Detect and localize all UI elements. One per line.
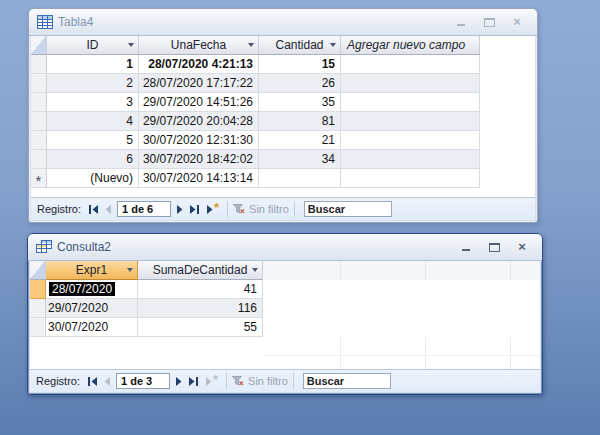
first-record-button[interactable] xyxy=(85,201,102,217)
filter-funnel-icon xyxy=(232,376,244,387)
filter-status[interactable]: Sin filtro xyxy=(233,203,289,215)
filter-status[interactable]: Sin filtro xyxy=(232,375,288,387)
query-icon xyxy=(36,240,52,254)
record-label: Registro: xyxy=(36,375,80,387)
column-header-cantidad[interactable]: Cantidad xyxy=(259,36,341,55)
cell-empty[interactable] xyxy=(341,150,480,169)
record-position[interactable]: 1 de 3 xyxy=(116,373,170,389)
cell-expr1[interactable]: 29/07/2020 xyxy=(46,299,138,318)
select-all-corner[interactable] xyxy=(30,261,46,280)
chevron-down-icon[interactable] xyxy=(128,43,134,47)
chevron-down-icon[interactable] xyxy=(252,268,258,272)
previous-record-button[interactable] xyxy=(102,201,115,217)
row-selector[interactable] xyxy=(31,55,47,74)
divider xyxy=(293,373,294,389)
row-selector[interactable] xyxy=(30,318,46,337)
column-header-expr1[interactable]: Expr1 xyxy=(46,261,138,280)
cell-empty[interactable] xyxy=(341,131,480,150)
cell-expr1[interactable]: 30/07/2020 xyxy=(46,318,138,337)
record-position[interactable]: 1 de 6 xyxy=(117,201,171,217)
chevron-down-icon[interactable] xyxy=(127,268,133,272)
last-record-button[interactable] xyxy=(186,201,203,217)
cell-cantidad[interactable]: 81 xyxy=(259,112,341,131)
close-button[interactable]: × xyxy=(516,241,528,253)
minimize-button[interactable] xyxy=(460,241,472,253)
cell-expr1-selected[interactable]: 28/07/2020 xyxy=(46,280,138,299)
cell-cantidad[interactable]: 34 xyxy=(259,150,341,169)
cell-unafecha[interactable]: 29/07/2020 20:04:28 xyxy=(139,112,259,131)
table-row: 5 30/07/2020 12:31:30 21 xyxy=(31,131,535,150)
tabla4-datasheet: ID UnaFecha Cantidad Agregar nuevo campo… xyxy=(31,36,535,197)
consulta2-titlebar[interactable]: Consulta2 × xyxy=(28,234,542,261)
cell-unafecha[interactable]: 28/07/2020 4:21:13 xyxy=(139,55,259,74)
column-header-unafecha[interactable]: UnaFecha xyxy=(139,36,259,55)
cell-id[interactable]: 3 xyxy=(47,93,139,112)
new-record-button[interactable]: * xyxy=(203,201,222,217)
row-selector[interactable] xyxy=(31,150,47,169)
row-selector[interactable] xyxy=(31,131,47,150)
cell-cantidad[interactable]: 21 xyxy=(259,131,341,150)
new-record-star-icon: * xyxy=(213,376,218,384)
row-selector[interactable] xyxy=(31,112,47,131)
row-selector[interactable] xyxy=(31,93,47,112)
next-record-button[interactable] xyxy=(172,373,185,389)
cell-empty[interactable] xyxy=(341,74,480,93)
cell-unafecha[interactable]: 29/07/2020 14:51:26 xyxy=(139,93,259,112)
header-row: Expr1 SumaDeCantidad xyxy=(30,261,540,280)
next-record-button[interactable] xyxy=(173,201,186,217)
chevron-down-icon[interactable] xyxy=(330,43,336,47)
cell-cantidad[interactable]: 15 xyxy=(259,55,341,74)
cell-suma[interactable]: 55 xyxy=(138,318,263,337)
maximize-button[interactable] xyxy=(488,241,500,253)
minimize-button[interactable] xyxy=(455,16,467,28)
cell-id[interactable]: (Nuevo) xyxy=(47,169,139,188)
cell-empty[interactable] xyxy=(341,93,480,112)
new-record-selector[interactable]: * xyxy=(31,169,47,188)
cell-suma[interactable]: 41 xyxy=(138,280,263,299)
cell-cantidad[interactable]: 26 xyxy=(259,74,341,93)
last-record-button[interactable] xyxy=(185,373,202,389)
cell-unafecha[interactable]: 28/07/2020 17:17:22 xyxy=(139,74,259,93)
row-selector[interactable] xyxy=(30,299,46,318)
cell-cantidad[interactable] xyxy=(259,169,341,188)
table-row: 6 30/07/2020 18:42:02 34 xyxy=(31,150,535,169)
consulta2-window: Consulta2 × Expr1 SumaDeCantidad xyxy=(27,233,543,395)
previous-record-button[interactable] xyxy=(101,373,114,389)
header-row: ID UnaFecha Cantidad Agregar nuevo campo xyxy=(31,36,535,55)
maximize-button[interactable] xyxy=(483,16,495,28)
filter-label: Sin filtro xyxy=(249,203,289,215)
cell-cantidad[interactable]: 35 xyxy=(259,93,341,112)
current-row-selector[interactable] xyxy=(30,280,46,299)
cell-id[interactable]: 2 xyxy=(47,74,139,93)
search-input[interactable] xyxy=(304,201,392,217)
table-row: 3 29/07/2020 14:51:26 35 xyxy=(31,93,535,112)
record-navigator: Registro: 1 de 3 * xyxy=(30,369,540,392)
cell-unafecha[interactable]: 30/07/2020 18:42:02 xyxy=(139,150,259,169)
first-record-button[interactable] xyxy=(84,373,101,389)
row-selector[interactable] xyxy=(31,74,47,93)
new-record-button[interactable]: * xyxy=(202,373,221,389)
cell-empty[interactable] xyxy=(341,169,480,188)
table-row: 1 28/07/2020 4:21:13 15 xyxy=(31,55,535,74)
add-new-field-header[interactable]: Agregar nuevo campo xyxy=(341,36,480,55)
column-header-id[interactable]: ID xyxy=(47,36,139,55)
cell-id[interactable]: 6 xyxy=(47,150,139,169)
cell-unafecha[interactable]: 30/07/2020 14:13:14 xyxy=(139,169,259,188)
table-row: 30/07/2020 55 xyxy=(30,318,540,337)
column-header-sumadecantidad[interactable]: SumaDeCantidad xyxy=(138,261,263,280)
chevron-down-icon[interactable] xyxy=(248,43,254,47)
cell-id[interactable]: 5 xyxy=(47,131,139,150)
cell-empty[interactable] xyxy=(341,55,480,74)
select-all-corner[interactable] xyxy=(31,36,47,55)
access-workspace: Tabla4 × ID UnaFecha Cantidad xyxy=(0,0,600,435)
cell-id[interactable]: 1 xyxy=(47,55,139,74)
new-record-row: * (Nuevo) 30/07/2020 14:13:14 xyxy=(31,169,535,188)
cell-id[interactable]: 4 xyxy=(47,112,139,131)
cell-suma[interactable]: 116 xyxy=(138,299,263,318)
table-row: 2 28/07/2020 17:17:22 26 xyxy=(31,74,535,93)
cell-empty[interactable] xyxy=(341,112,480,131)
search-input[interactable] xyxy=(303,373,391,389)
tabla4-titlebar[interactable]: Tabla4 × xyxy=(29,9,537,36)
close-button[interactable]: × xyxy=(511,16,523,28)
cell-unafecha[interactable]: 30/07/2020 12:31:30 xyxy=(139,131,259,150)
